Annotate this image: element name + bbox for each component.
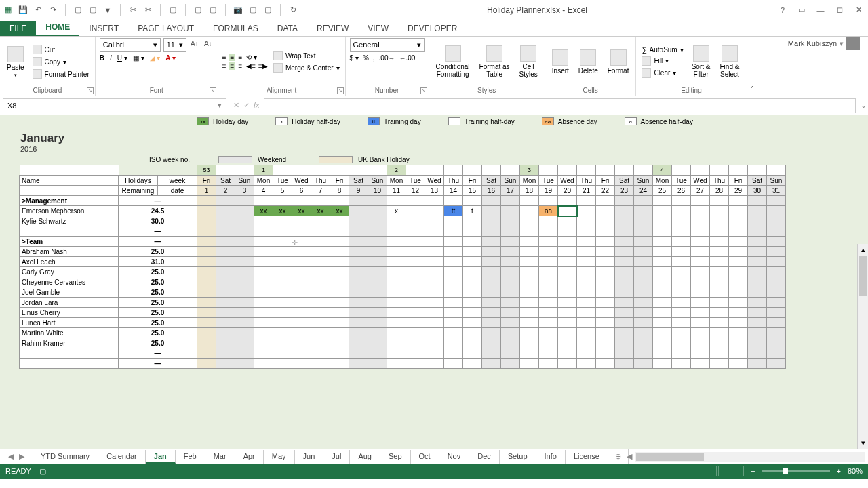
cell[interactable] bbox=[292, 308, 311, 318]
cell[interactable] bbox=[729, 287, 748, 298]
add-sheet-icon[interactable]: ⊕ bbox=[608, 450, 628, 463]
cell[interactable] bbox=[216, 359, 235, 369]
cell[interactable] bbox=[691, 298, 710, 308]
cell[interactable] bbox=[691, 206, 710, 216]
cell[interactable]: Sat bbox=[748, 176, 767, 186]
cell[interactable] bbox=[216, 165, 235, 176]
cell[interactable]: Tue bbox=[672, 176, 691, 186]
cell[interactable] bbox=[748, 348, 767, 359]
cell[interactable] bbox=[710, 359, 729, 369]
cell[interactable] bbox=[558, 226, 577, 237]
redo-icon[interactable]: ↷ bbox=[47, 5, 58, 16]
cell[interactable] bbox=[710, 216, 729, 226]
cell[interactable] bbox=[330, 287, 349, 298]
cell[interactable] bbox=[577, 165, 596, 176]
cell[interactable] bbox=[691, 237, 710, 247]
cell[interactable]: 24.5 bbox=[119, 206, 197, 216]
cell[interactable] bbox=[330, 328, 349, 338]
cell[interactable]: Sun bbox=[767, 176, 786, 186]
cell[interactable]: Sat bbox=[349, 176, 368, 186]
cell[interactable]: t bbox=[463, 206, 482, 216]
cell[interactable] bbox=[596, 237, 615, 247]
cell[interactable] bbox=[273, 318, 292, 328]
cell[interactable] bbox=[767, 216, 786, 226]
cell[interactable] bbox=[615, 226, 634, 237]
insert-cells-button[interactable]: Insert bbox=[549, 48, 572, 76]
cell[interactable] bbox=[653, 267, 672, 277]
cell[interactable] bbox=[387, 247, 406, 257]
cell[interactable] bbox=[767, 348, 786, 359]
cell[interactable] bbox=[216, 247, 235, 257]
cell[interactable] bbox=[235, 338, 254, 348]
cell[interactable] bbox=[539, 328, 558, 338]
cell[interactable] bbox=[729, 165, 748, 176]
cell[interactable]: 53 bbox=[197, 165, 216, 176]
cell[interactable] bbox=[672, 298, 691, 308]
cell[interactable] bbox=[748, 226, 767, 237]
cell[interactable] bbox=[482, 267, 501, 277]
cell[interactable] bbox=[748, 237, 767, 247]
cell[interactable] bbox=[444, 277, 463, 287]
cell[interactable] bbox=[672, 206, 691, 216]
cell[interactable] bbox=[235, 206, 254, 216]
cell[interactable]: 21 bbox=[577, 186, 596, 196]
font-color-button[interactable]: A ▾ bbox=[165, 54, 176, 62]
cell[interactable]: 14 bbox=[444, 186, 463, 196]
cell[interactable] bbox=[558, 328, 577, 338]
cell[interactable] bbox=[463, 298, 482, 308]
cell[interactable] bbox=[311, 247, 330, 257]
cell[interactable] bbox=[387, 338, 406, 348]
cell[interactable] bbox=[729, 247, 748, 257]
cell[interactable] bbox=[197, 277, 216, 287]
cell[interactable]: — bbox=[119, 196, 197, 206]
cell[interactable] bbox=[615, 257, 634, 267]
cell[interactable] bbox=[615, 267, 634, 277]
cell[interactable] bbox=[235, 287, 254, 298]
cell[interactable] bbox=[691, 338, 710, 348]
zoom-level[interactable]: 80% bbox=[848, 467, 863, 475]
cell[interactable] bbox=[615, 216, 634, 226]
cell[interactable]: Linus Cherry bbox=[20, 308, 119, 318]
border-button[interactable]: ▦ ▾ bbox=[133, 54, 144, 62]
cell[interactable] bbox=[311, 226, 330, 237]
cell[interactable] bbox=[349, 348, 368, 359]
cell[interactable] bbox=[254, 308, 273, 318]
collapse-ribbon-icon[interactable]: ˄ bbox=[746, 37, 758, 96]
horizontal-scrollbar[interactable]: ◀▶ bbox=[635, 452, 865, 462]
cell[interactable] bbox=[463, 328, 482, 338]
cell[interactable] bbox=[558, 237, 577, 247]
cell[interactable] bbox=[691, 226, 710, 237]
ribbon-tab-developer[interactable]: DEVELOPER bbox=[398, 21, 467, 36]
cell[interactable] bbox=[539, 359, 558, 369]
cell[interactable]: 25.0 bbox=[119, 298, 197, 308]
cell[interactable] bbox=[520, 287, 539, 298]
maximize-icon[interactable]: ◻ bbox=[833, 3, 846, 17]
cell[interactable] bbox=[387, 328, 406, 338]
cell[interactable] bbox=[710, 196, 729, 206]
cell[interactable] bbox=[767, 267, 786, 277]
cell[interactable] bbox=[406, 206, 425, 216]
cell[interactable] bbox=[368, 237, 387, 247]
cell[interactable] bbox=[368, 348, 387, 359]
cell[interactable] bbox=[349, 267, 368, 277]
cell[interactable]: Wed bbox=[292, 176, 311, 186]
cell[interactable] bbox=[520, 308, 539, 318]
cell[interactable] bbox=[349, 165, 368, 176]
cell[interactable] bbox=[539, 318, 558, 328]
cell[interactable] bbox=[463, 348, 482, 359]
qat-icon[interactable]: ▢ bbox=[248, 5, 258, 16]
qat-icon[interactable]: ▢ bbox=[87, 5, 98, 16]
cell[interactable] bbox=[216, 298, 235, 308]
cell[interactable] bbox=[729, 338, 748, 348]
cell[interactable] bbox=[634, 328, 653, 338]
cell[interactable]: Rahim Kramer bbox=[20, 338, 119, 348]
cell[interactable]: Carly Gray bbox=[20, 267, 119, 277]
cell[interactable]: Mon bbox=[520, 176, 539, 186]
cell[interactable]: aa bbox=[539, 206, 558, 216]
cell[interactable] bbox=[596, 277, 615, 287]
cell[interactable] bbox=[596, 257, 615, 267]
cell[interactable] bbox=[520, 328, 539, 338]
dialog-launcher-icon[interactable]: ↘ bbox=[337, 87, 344, 94]
cell[interactable] bbox=[387, 216, 406, 226]
cell[interactable] bbox=[634, 206, 653, 216]
